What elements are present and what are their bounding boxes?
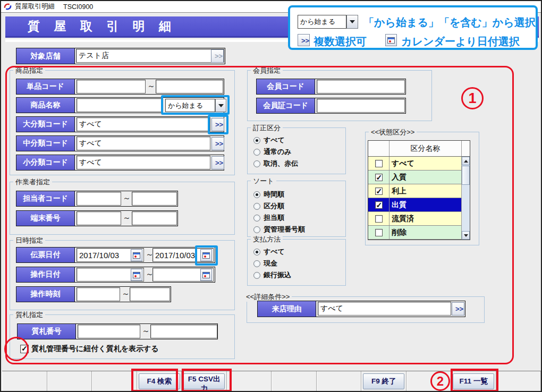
scroll-down-button[interactable] [462,231,470,240]
terminal-no-from-input[interactable] [77,211,121,225]
card-code-label: 会員証コード [257,98,315,113]
large-class-select-button[interactable]: >> [211,118,224,131]
tag-no-from-input[interactable] [78,325,140,338]
status-row-riage[interactable]: 利上 [368,184,470,198]
slip-date-to-calendar-button[interactable] [200,249,212,261]
status-scrollbar[interactable] [461,157,470,240]
scroll-up-button[interactable] [462,157,470,165]
op-date-from-calendar-button[interactable] [131,269,142,281]
row-checkbox[interactable] [375,188,383,195]
status-check-column-header [368,141,389,156]
legend-dropdown-button[interactable] [346,15,358,29]
item-name-row: 商品名称 から始まる [16,97,224,113]
item-code-to-input[interactable] [156,80,223,93]
search-button[interactable]: F4 検索 [139,373,180,389]
op-time-from-input[interactable] [77,287,120,301]
worker-groupbox: 作業者指定 [10,182,235,235]
fkey-cell-8 [317,371,362,391]
store-input[interactable] [76,49,224,63]
radio-icon[interactable] [253,272,260,279]
small-class-input[interactable] [77,156,210,169]
function-key-bar: F4 検索 F5 CSV出力 F9 終了 F11 一覧 [2,371,541,391]
row-checkbox[interactable] [375,174,383,181]
match-type-dropdown-button[interactable] [215,99,226,112]
range-tilde: ～ [123,193,131,203]
store-label: 対象店舗 [16,48,75,64]
item-name-input[interactable] [77,98,163,112]
op-time-to-input[interactable] [130,287,170,301]
calendar-icon [202,272,210,278]
fkey-cell-7 [272,371,317,391]
scrollbar-thumb[interactable] [462,166,470,185]
row-checkbox[interactable] [375,201,383,209]
terminal-no-label: 端末番号 [16,211,75,226]
large-class-input[interactable] [77,117,210,131]
status-row-shusshichi[interactable]: 出質 [368,198,470,212]
member-code-input[interactable] [317,80,405,93]
correction-option-normal[interactable]: 通常のみ [253,148,292,156]
match-type-combobox[interactable]: から始まる [165,99,215,112]
list-button[interactable]: F11 一覧 [453,373,494,389]
calendar-icon [133,272,140,278]
csv-export-button[interactable]: F5 CSV出力 [183,373,225,389]
slip-date-from-calendar-button[interactable] [131,249,142,261]
status-row-all[interactable]: すべて [368,157,470,171]
radio-icon[interactable] [253,160,260,167]
radio-icon[interactable] [253,137,260,144]
payment-option-bank[interactable]: 銀行振込 [253,271,291,279]
radio-icon[interactable] [253,191,260,198]
sort-option-class[interactable]: 区分順 [253,202,284,210]
mid-class-input[interactable] [77,137,210,150]
sort-option-tag-no[interactable]: 質管理番号順 [253,225,305,234]
row-checkbox[interactable] [375,215,383,223]
correction-option-all[interactable]: すべて [253,136,285,144]
row-checkbox[interactable] [375,160,383,167]
legend-combobox[interactable]: から始まる [298,15,346,29]
radio-icon[interactable] [253,226,260,233]
radio-icon[interactable] [253,249,260,255]
linked-tag-checkbox[interactable] [20,345,29,353]
visit-reason-input[interactable] [318,302,451,316]
payment-option-all[interactable]: すべて [253,248,285,256]
status-table: 区分名称 すべて 入質 利上 出質 流質済 削除 [368,140,470,240]
legend-calendar-button [385,34,397,46]
radio-icon[interactable] [253,260,260,267]
status-row-sakujo[interactable]: 削除 [368,226,470,240]
card-code-input[interactable] [317,99,405,113]
large-class-row: 大分類コード >> [16,116,224,132]
slip-date-row: 伝票日付 ～ [16,247,215,263]
range-tilde: ～ [122,289,130,299]
small-class-row: 小分類コード >> [16,155,224,171]
member-code-label: 会員コード [257,79,315,94]
radio-icon[interactable] [253,149,260,156]
radio-icon[interactable] [253,215,260,221]
radio-icon[interactable] [253,203,260,210]
exit-button[interactable]: F9 終了 [363,373,404,389]
item-code-from-input[interactable] [77,80,146,93]
staff-code-row: 担当者コード ～ [16,191,178,207]
small-class-select-button[interactable]: >> [211,156,224,169]
terminal-no-to-input[interactable] [132,211,177,225]
row-checkbox[interactable] [375,229,383,236]
payment-option-cash[interactable]: 現金 [253,259,277,268]
mid-class-select-button[interactable]: >> [211,137,224,150]
fkey-cell-12 [496,371,541,391]
op-time-row: 操作時刻 ～ [16,286,171,302]
sort-option-staff[interactable]: 担当順 [253,214,284,222]
sort-option-time[interactable]: 時間順 [253,190,284,199]
staff-code-to-input[interactable] [132,192,177,206]
staff-code-from-input[interactable] [77,192,121,206]
fkey-cell-11: F11 一覧 [451,371,496,391]
app-icon [4,3,12,11]
visit-reason-select-button[interactable]: >> [452,302,464,316]
large-class-label: 大分類コード [16,117,75,132]
legend-multi-select-button: >> [298,34,310,46]
tag-no-to-input[interactable] [150,325,217,338]
status-row-ryushichi[interactable]: 流質済 [368,212,470,226]
correction-option-cancel[interactable]: 取消、赤伝 [253,159,298,168]
store-select-button[interactable]: >> [211,49,224,63]
visit-reason-row: 来店理由 >> [257,301,465,317]
chevron-down-icon [350,20,355,23]
status-row-nyushichi[interactable]: 入質 [368,171,470,184]
op-date-to-calendar-button[interactable] [200,269,212,281]
